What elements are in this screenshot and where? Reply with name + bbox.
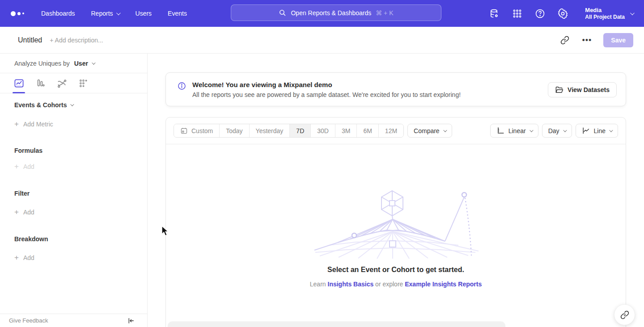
axes-icon bbox=[496, 126, 505, 135]
plus-icon: + bbox=[14, 255, 19, 261]
add-breakdown-label: Add bbox=[23, 254, 34, 261]
add-formula-button[interactable]: + Add bbox=[14, 163, 133, 170]
date-range-12m-label: 12M bbox=[385, 127, 397, 134]
nav-events-label: Events bbox=[168, 10, 187, 17]
bottom-panel-edge[interactable] bbox=[168, 322, 505, 327]
add-filter-label: Add bbox=[23, 209, 34, 216]
chevron-down-icon bbox=[92, 61, 95, 64]
copy-link-icon[interactable] bbox=[559, 35, 570, 46]
top-navigation: Dashboards Reports Users Events Open Rep… bbox=[0, 0, 644, 27]
visualization-tabs bbox=[0, 73, 147, 93]
nav-dashboards-label: Dashboards bbox=[41, 10, 75, 17]
empty-state: Select an Event or Cohort to get started… bbox=[166, 189, 626, 288]
view-datasets-button[interactable]: View Datasets bbox=[548, 82, 617, 97]
project-selector[interactable]: Media All Project Data bbox=[585, 7, 633, 21]
chevron-down-icon bbox=[116, 11, 120, 15]
plus-icon: + bbox=[14, 121, 19, 127]
events-cohorts-section-header[interactable]: Events & Cohorts bbox=[14, 101, 133, 109]
date-range-30d-label: 30D bbox=[317, 127, 329, 134]
calendar-icon bbox=[180, 127, 188, 134]
search-icon bbox=[279, 9, 286, 17]
compare-label: Compare bbox=[414, 127, 440, 134]
give-feedback-link[interactable]: Give Feedback bbox=[9, 317, 48, 324]
chevron-down-icon bbox=[530, 128, 533, 132]
add-metric-button[interactable]: + Add Metric bbox=[14, 121, 133, 128]
empty-state-illustration bbox=[311, 189, 481, 260]
date-range-yesterday-label: Yesterday bbox=[256, 127, 284, 134]
insights-basics-link[interactable]: Insights Basics bbox=[328, 281, 374, 288]
interval-day-button[interactable]: Day bbox=[542, 124, 572, 138]
formulas-label: Formulas bbox=[14, 147, 42, 154]
chevron-down-icon bbox=[630, 11, 635, 15]
analyze-label: Analyze Uniques by bbox=[14, 60, 70, 67]
collapse-sidebar-icon[interactable] bbox=[127, 317, 135, 324]
line-label: Line bbox=[594, 127, 606, 134]
folder-icon bbox=[555, 86, 564, 94]
share-link-floating-button[interactable] bbox=[614, 304, 635, 325]
data-management-icon[interactable] bbox=[488, 8, 500, 19]
nav-dashboards[interactable]: Dashboards bbox=[41, 10, 75, 17]
plus-icon: + bbox=[14, 209, 19, 215]
add-filter-button[interactable]: + Add bbox=[14, 209, 133, 216]
banner-subtitle: All the reports you see are powered by a… bbox=[192, 91, 461, 98]
search-placeholder: Open Reports & Dashboards bbox=[291, 9, 371, 17]
date-range-control: Custom Today Yesterday 7D 30D 3M 6M 12M bbox=[174, 124, 404, 138]
date-range-12m[interactable]: 12M bbox=[379, 124, 403, 137]
nav-users-label: Users bbox=[136, 10, 152, 17]
help-icon[interactable] bbox=[534, 8, 546, 19]
chart-type-line-button[interactable]: Line bbox=[576, 124, 618, 138]
date-range-6m-label: 6M bbox=[363, 127, 372, 134]
insights-chart-card: Custom Today Yesterday 7D 30D 3M 6M 12M … bbox=[165, 117, 626, 327]
nav-users[interactable]: Users bbox=[136, 10, 152, 17]
mixpanel-logo-icon[interactable] bbox=[11, 11, 26, 16]
tab-insights-line-chart[interactable] bbox=[13, 73, 24, 93]
nav-reports[interactable]: Reports bbox=[91, 10, 119, 17]
settings-gear-icon[interactable] bbox=[557, 8, 568, 19]
date-range-custom[interactable]: Custom bbox=[174, 124, 220, 137]
date-range-today[interactable]: Today bbox=[220, 124, 249, 137]
analyze-value-dropdown[interactable]: User bbox=[74, 60, 88, 67]
chart-toolbar: Custom Today Yesterday 7D 30D 3M 6M 12M … bbox=[166, 117, 626, 144]
linear-scale-button[interactable]: Linear bbox=[490, 124, 538, 138]
info-icon bbox=[178, 82, 186, 106]
flow-icon bbox=[57, 78, 67, 88]
project-scope: All Project Data bbox=[585, 14, 625, 21]
global-search[interactable]: Open Reports & Dashboards ⌘ + K bbox=[231, 4, 441, 21]
linear-label: Linear bbox=[508, 127, 526, 134]
empty-state-title: Select an Event or Cohort to get started… bbox=[327, 266, 464, 274]
date-range-3m-label: 3M bbox=[342, 127, 350, 134]
tab-bar-chart[interactable] bbox=[35, 73, 46, 93]
tab-flow[interactable] bbox=[56, 73, 67, 93]
date-range-30d[interactable]: 30D bbox=[311, 124, 335, 137]
tab-retention-grid[interactable] bbox=[78, 73, 89, 93]
report-title[interactable]: Untitled bbox=[18, 36, 42, 44]
filter-label: Filter bbox=[14, 190, 30, 197]
main-content: Welcome! You are viewing a Mixpanel demo… bbox=[148, 54, 644, 327]
apps-grid-icon[interactable] bbox=[511, 8, 523, 19]
insights-line-chart-icon bbox=[14, 78, 24, 88]
save-button[interactable]: Save bbox=[603, 33, 633, 47]
report-header: Untitled + Add description... ••• Save bbox=[0, 27, 644, 54]
bar-chart-icon bbox=[35, 78, 45, 88]
more-options-button[interactable]: ••• bbox=[582, 38, 592, 42]
plus-icon: + bbox=[14, 164, 19, 170]
hint-prefix: Learn bbox=[310, 281, 326, 288]
breakdown-label: Breakdown bbox=[14, 235, 48, 243]
query-builder-sidebar: Analyze Uniques by User Events & Cohorts bbox=[0, 54, 148, 327]
analyze-uniques-row: Analyze Uniques by User bbox=[0, 54, 147, 73]
add-metric-label: Add Metric bbox=[23, 121, 53, 128]
breakdown-section-header: Breakdown bbox=[14, 235, 133, 243]
date-range-yesterday[interactable]: Yesterday bbox=[250, 124, 290, 137]
project-name: Media bbox=[585, 7, 625, 14]
compare-button[interactable]: Compare bbox=[407, 124, 452, 138]
example-insights-reports-link[interactable]: Example Insights Reports bbox=[405, 281, 482, 288]
date-range-6m[interactable]: 6M bbox=[357, 124, 378, 137]
add-breakdown-button[interactable]: + Add bbox=[14, 254, 133, 261]
retention-grid-icon bbox=[79, 79, 88, 88]
events-cohorts-label: Events & Cohorts bbox=[14, 101, 67, 109]
date-range-3m[interactable]: 3M bbox=[335, 124, 357, 137]
add-formula-label: Add bbox=[23, 163, 34, 170]
date-range-7d[interactable]: 7D bbox=[290, 124, 311, 137]
add-description-field[interactable]: + Add description... bbox=[50, 37, 103, 44]
nav-events[interactable]: Events bbox=[168, 10, 187, 17]
